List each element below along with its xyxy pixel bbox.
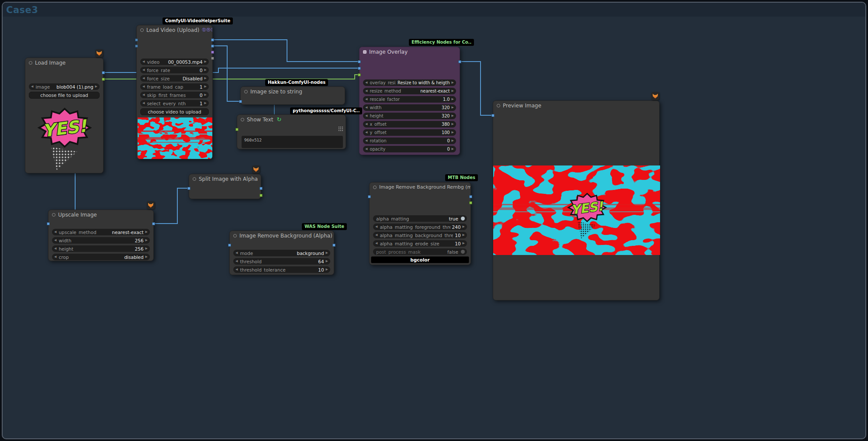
input-slot-image[interactable] [491, 114, 495, 117]
widget-height[interactable]: ◀ height 320 ▶ [363, 113, 456, 119]
right-arrow-icon[interactable]: ▶ [463, 242, 465, 245]
node-image-overlay[interactable]: Image Overlay ◀ overlay_resize Resize to… [359, 47, 460, 155]
left-arrow-icon[interactable]: ◀ [375, 225, 377, 228]
input-slot-image[interactable] [239, 100, 242, 103]
output-slot-framecount[interactable] [211, 45, 214, 48]
node-collapse-dot[interactable] [241, 118, 244, 121]
node-collapse-dot[interactable] [244, 90, 248, 93]
widget-force-size[interactable]: ◀ force_size Disabled ▶ [140, 75, 209, 82]
widget-skip-first-frames[interactable]: ◀ skip_first_frames 0 ▶ [140, 92, 209, 98]
output-slot-image[interactable] [102, 71, 105, 74]
right-arrow-icon[interactable]: ▶ [452, 90, 454, 93]
right-arrow-icon[interactable]: ▶ [452, 148, 454, 151]
bgcolor-button[interactable]: bgcolor [371, 256, 469, 263]
widget-height[interactable]: ◀ height 256 ▶ [52, 245, 150, 252]
show-text-output[interactable]: 960x512 [242, 136, 343, 148]
widget-frame-load-cap[interactable]: ◀ frame_load_cap 1 ▶ [140, 83, 209, 90]
right-arrow-icon[interactable]: ▶ [452, 98, 454, 101]
left-arrow-icon[interactable]: ◀ [375, 242, 377, 245]
widget-overlay-resize[interactable]: ◀ overlay_resize Resize to width & heigt… [363, 79, 456, 86]
output-slot-image[interactable] [259, 187, 263, 190]
widget-opacity[interactable]: ◀ opacity 0 ▶ [363, 146, 456, 152]
right-arrow-icon[interactable]: ▶ [204, 85, 207, 88]
left-arrow-icon[interactable]: ◀ [142, 69, 145, 72]
left-arrow-icon[interactable]: ◀ [54, 255, 56, 258]
widget-crop[interactable]: ◀ crop disabled ▶ [52, 254, 150, 260]
node-collapse-dot[interactable] [193, 177, 196, 181]
input-slot-base-image[interactable] [358, 60, 361, 63]
input-slot[interactable] [135, 45, 138, 48]
choose-file-button[interactable]: choose file to upload [29, 92, 100, 99]
node-header[interactable]: Split Image with Alpha [189, 174, 261, 183]
toggle-knob[interactable] [461, 217, 465, 220]
output-slot-image[interactable] [152, 222, 155, 225]
widget-width[interactable]: ◀ width 256 ▶ [52, 237, 150, 244]
left-arrow-icon[interactable]: ◀ [375, 234, 377, 237]
node-header[interactable]: Image Overlay [360, 47, 460, 56]
input-slot-optional-mask[interactable] [358, 73, 361, 76]
widget-select-every-nth[interactable]: ◀ select_every_nth 1 ▶ [140, 100, 209, 107]
widget-rescale-factor[interactable]: ◀ rescale_factor 1.0 ▶ [363, 96, 456, 103]
left-arrow-icon[interactable]: ◀ [142, 85, 145, 88]
right-arrow-icon[interactable]: ▶ [145, 247, 148, 250]
left-arrow-icon[interactable]: ◀ [142, 77, 145, 80]
right-arrow-icon[interactable]: ▶ [204, 69, 207, 72]
left-arrow-icon[interactable]: ◀ [54, 239, 56, 242]
right-arrow-icon[interactable]: ▶ [204, 60, 207, 63]
widget-force-rate[interactable]: ◀ force_rate 0 ▶ [140, 67, 209, 73]
node-upscale-image[interactable]: Upscale Image ◀ upscale_method nearest-e… [48, 210, 154, 261]
input-slot-image[interactable] [368, 195, 371, 198]
right-arrow-icon[interactable]: ▶ [452, 106, 454, 109]
left-arrow-icon[interactable]: ◀ [365, 81, 367, 84]
input-slot-text[interactable] [235, 128, 239, 131]
left-arrow-icon[interactable]: ◀ [365, 106, 367, 109]
left-arrow-icon[interactable]: ◀ [54, 231, 56, 234]
output-slot-mask[interactable] [469, 201, 472, 204]
widget-upscale-method[interactable]: ◀ upscale_method nearest-exact ▶ [52, 229, 150, 235]
left-arrow-icon[interactable]: ◀ [365, 114, 367, 117]
left-arrow-icon[interactable]: ◀ [365, 90, 367, 93]
left-arrow-icon[interactable]: ◀ [235, 260, 238, 263]
widget-alpha-matting-erode-size[interactable]: ◀ alpha_matting_erode_size 10 ▶ [373, 240, 467, 247]
node-load-image[interactable]: Load Image ◀ image blob004 (1).png ▶ cho… [25, 58, 104, 173]
output-slot-alpha[interactable] [259, 194, 263, 197]
left-arrow-icon[interactable]: ◀ [365, 123, 367, 126]
widget-threshold-tolerance[interactable]: ◀ threshold_tolerance 10 ▶ [233, 266, 330, 273]
left-arrow-icon[interactable]: ◀ [365, 139, 367, 142]
node-header[interactable]: Image Remove Background (Alpha) [230, 231, 334, 240]
widget-mode[interactable]: ◀ mode background ▶ [233, 250, 330, 256]
left-arrow-icon[interactable]: ◀ [142, 93, 145, 96]
right-arrow-icon[interactable]: ▶ [145, 231, 148, 234]
widget-video[interactable]: ◀ video 00_00053.mp4 ▶ [140, 59, 209, 65]
output-slot-videoinfo[interactable] [211, 57, 214, 60]
left-arrow-icon[interactable]: ◀ [365, 98, 367, 101]
node-remove-background-alpha[interactable]: Image Remove Background (Alpha) ◀ mode b… [229, 231, 334, 275]
widget-rotation[interactable]: ◀ rotation 0 ▶ [363, 138, 456, 144]
widget-alpha-matting-foreground-threshold[interactable]: ◀ alpha_matting_foreground_threshold 240… [373, 224, 467, 230]
right-arrow-icon[interactable]: ▶ [145, 239, 148, 242]
toggle-knob[interactable] [461, 250, 465, 254]
left-arrow-icon[interactable]: ◀ [31, 85, 33, 88]
left-arrow-icon[interactable]: ◀ [235, 252, 238, 255]
left-arrow-icon[interactable]: ◀ [365, 148, 367, 151]
node-collapse-dot[interactable] [363, 50, 367, 54]
widget-alpha-matting[interactable]: alpha_matting true [373, 215, 467, 222]
node-collapse-dot[interactable] [373, 186, 377, 189]
widget-width[interactable]: ◀ width 320 ▶ [363, 104, 456, 111]
node-collapse-dot[interactable] [140, 28, 144, 32]
node-show-text[interactable]: Show Text ↻ 960x512 [237, 114, 346, 149]
node-header[interactable]: Image Remove Background Rembg (mtb) [370, 183, 470, 192]
node-collapse-dot[interactable] [52, 213, 55, 217]
node-header[interactable]: Load Video (Upload) ⓋⒽⓈ [137, 25, 212, 34]
input-slot-overlay-image[interactable] [358, 67, 361, 70]
node-collapse-dot[interactable] [233, 234, 237, 238]
right-arrow-icon[interactable]: ▶ [204, 77, 207, 80]
right-arrow-icon[interactable]: ▶ [463, 234, 465, 237]
node-load-video[interactable]: Load Video (Upload) ⓋⒽⓈ ◀ video 00_00053… [136, 25, 213, 159]
left-arrow-icon[interactable]: ◀ [365, 131, 367, 134]
right-arrow-icon[interactable]: ▶ [463, 225, 465, 228]
right-arrow-icon[interactable]: ▶ [326, 260, 328, 263]
right-arrow-icon[interactable]: ▶ [452, 131, 454, 134]
right-arrow-icon[interactable]: ▶ [204, 93, 207, 96]
left-arrow-icon[interactable]: ◀ [235, 268, 238, 271]
